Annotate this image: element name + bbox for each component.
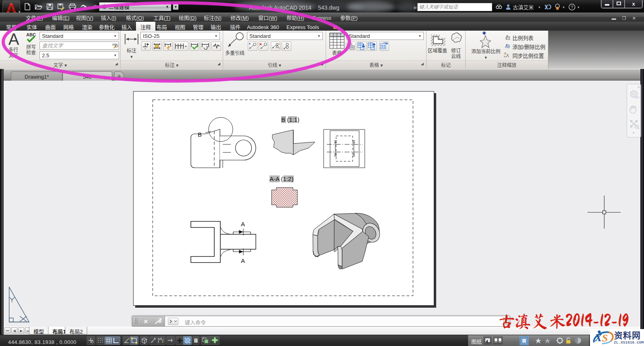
svg-text:S: S: [602, 332, 608, 344]
svg-text:A-A (1:2): A-A (1:2): [270, 175, 293, 182]
svg-text:B (1:1): B (1:1): [281, 116, 299, 123]
svg-text:2D: 2D: [635, 95, 639, 99]
svg-text:B: B: [198, 131, 202, 138]
svg-text:ZL.XS1616.COM: ZL.XS1616.COM: [614, 340, 644, 345]
svg-text:A: A: [241, 257, 245, 264]
svg-text:ABC: ABC: [112, 43, 118, 46]
svg-text:X: X: [594, 332, 602, 344]
svg-text:✕: ✕: [259, 42, 262, 47]
svg-text:资料网: 资料网: [614, 329, 641, 341]
svg-text:+: +: [249, 42, 251, 46]
svg-text:▾: ▾: [339, 25, 340, 29]
svg-text:?: ?: [571, 4, 573, 9]
svg-text:A: A: [241, 221, 245, 227]
